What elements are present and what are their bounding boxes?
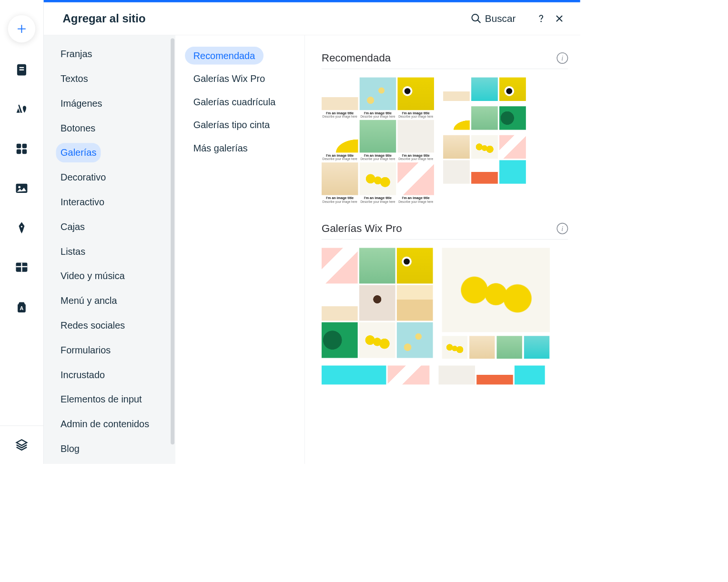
category-item[interactable]: Listas (56, 242, 90, 261)
recommended-row: I'm an image titleDescribe your image he… (322, 78, 568, 204)
thumb: I'm an image titleDescribe your image he… (360, 78, 396, 119)
gallery-template-pro-grid[interactable] (322, 248, 433, 359)
info-button[interactable]: i (556, 223, 568, 234)
design-icon (15, 102, 29, 116)
gallery-template-pro-strip-a[interactable] (322, 366, 429, 385)
thumb (443, 160, 470, 183)
thumb (471, 78, 498, 101)
main-panel: Agregar al sitio Buscar FranjasTextosImá… (44, 0, 580, 464)
thumb: I'm an image titleDescribe your image he… (397, 120, 434, 161)
section-header-wixpro: Galerías Wix Pro i (322, 222, 568, 240)
thumb (439, 366, 475, 385)
thumb (471, 160, 498, 183)
preview-column[interactable]: Recomendada i I'm an image titleDescribe… (305, 35, 580, 464)
category-item[interactable]: Incrustado (56, 365, 109, 385)
subcategory-item[interactable]: Galerías Wix Pro (185, 70, 273, 88)
panel-title: Agregar al sitio (63, 12, 146, 25)
panel-content: FranjasTextosImágenesBotonesGaleríasDeco… (44, 35, 580, 464)
rail-layers[interactable] (13, 437, 30, 453)
add-button[interactable] (8, 15, 35, 42)
category-item[interactable]: Cajas (56, 217, 89, 237)
category-item[interactable]: Botones (56, 119, 100, 138)
category-item[interactable]: Admin de contenidos (56, 414, 153, 434)
section-header-recommended: Recomendada i (322, 52, 568, 69)
rail-design[interactable] (13, 101, 30, 118)
close-icon (555, 14, 565, 24)
store-icon: A (15, 300, 29, 314)
thumb (359, 322, 395, 358)
svg-rect-4 (22, 144, 27, 149)
apps-icon (15, 142, 29, 156)
thumb (359, 285, 395, 321)
layers-icon (15, 438, 29, 452)
subcategory-item[interactable]: Galerías cuadrícula (185, 93, 284, 110)
subcategory-item[interactable]: Recomendada (185, 47, 263, 64)
thumb: I'm an image titleDescribe your image he… (322, 120, 358, 161)
rail-store[interactable]: A (13, 298, 30, 315)
category-item[interactable]: Textos (56, 69, 92, 89)
panel-header: Agregar al sitio Buscar (44, 2, 580, 35)
category-item[interactable]: Elementos de input (56, 390, 146, 410)
rail-data[interactable] (13, 259, 30, 276)
svg-rect-5 (17, 150, 21, 154)
rail-blog[interactable] (13, 220, 30, 236)
thumb (469, 336, 495, 359)
section-title: Galerías Wix Pro (322, 222, 402, 235)
thumb (443, 106, 470, 130)
thumb (524, 336, 549, 359)
thumb (442, 336, 467, 359)
svg-point-9 (21, 226, 22, 227)
search-label: Buscar (485, 13, 516, 25)
help-button[interactable] (536, 13, 547, 24)
thumb (359, 248, 395, 283)
thumb (322, 366, 386, 385)
subcategory-item[interactable]: Galerías tipo cinta (185, 116, 278, 134)
thumb (322, 285, 358, 321)
thumb: I'm an image titleDescribe your image he… (322, 78, 358, 119)
svg-rect-3 (17, 144, 21, 149)
category-item[interactable]: Video y música (56, 266, 129, 286)
image-icon (15, 181, 29, 195)
category-item[interactable]: Interactivo (56, 192, 109, 212)
rail-media[interactable] (13, 180, 30, 197)
subcategory-item[interactable]: Más galerías (185, 139, 256, 157)
gallery-template-pro-strip-b[interactable] (439, 366, 545, 385)
svg-point-16 (540, 21, 542, 22)
page-icon (15, 63, 29, 77)
category-item[interactable]: Galerías (56, 143, 101, 162)
subcategories-column: RecomendadaGalerías Wix ProGalerías cuad… (175, 35, 305, 464)
thumb (515, 366, 545, 385)
thumb (476, 366, 513, 385)
category-item[interactable]: Decorativo (56, 168, 110, 187)
thumb: I'm an image titleDescribe your image he… (397, 162, 434, 203)
thumb (499, 78, 526, 101)
category-item[interactable]: Formularios (56, 341, 115, 360)
wixpro-row-2 (322, 366, 568, 385)
thumb (388, 366, 430, 385)
pen-icon (15, 221, 29, 235)
rail-pages[interactable] (13, 61, 30, 78)
category-item[interactable]: Redes sociales (56, 316, 129, 335)
category-item[interactable]: Franjas (56, 44, 97, 64)
category-item[interactable]: Menú y ancla (56, 291, 121, 311)
thumb (322, 322, 358, 358)
table-icon (15, 261, 29, 274)
gallery-template-grid-captioned[interactable]: I'm an image titleDescribe your image he… (322, 78, 434, 204)
thumb (322, 248, 358, 283)
info-button[interactable]: i (556, 52, 568, 64)
plus-icon (16, 23, 27, 34)
thumb (442, 248, 550, 332)
scrollbar[interactable] (171, 38, 174, 444)
thumb: I'm an image titleDescribe your image he… (360, 162, 396, 203)
categories-column[interactable]: FranjasTextosImágenesBotonesGaleríasDeco… (44, 35, 175, 464)
gallery-template-grid-compact[interactable] (443, 78, 526, 204)
svg-line-15 (477, 20, 480, 23)
gallery-template-pro-single[interactable] (442, 248, 550, 359)
thumb (397, 322, 433, 358)
search-button[interactable]: Buscar (471, 13, 516, 25)
close-button[interactable] (554, 13, 565, 24)
category-item[interactable]: Blog (56, 439, 84, 459)
thumb (443, 78, 470, 101)
rail-apps[interactable] (13, 140, 30, 157)
category-item[interactable]: Imágenes (56, 94, 107, 113)
